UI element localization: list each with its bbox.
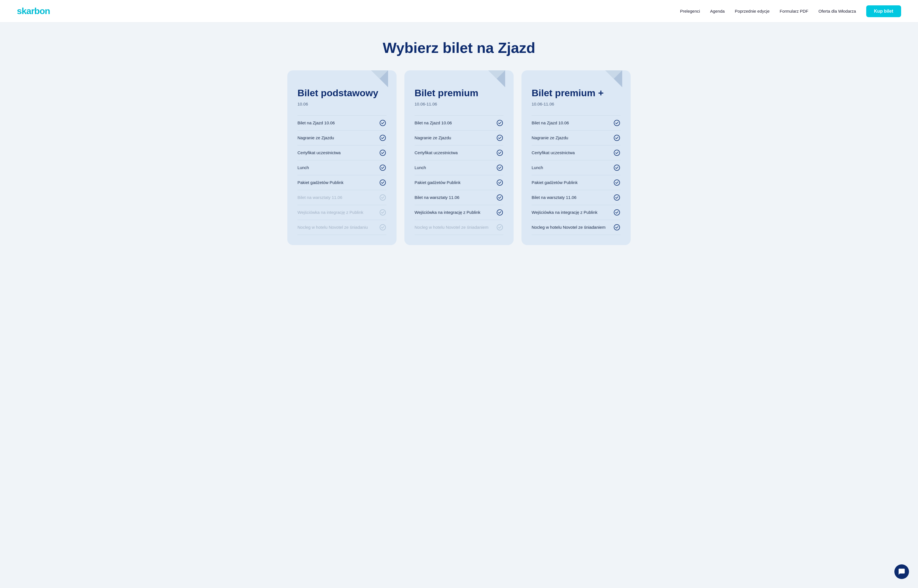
buy-ticket-button[interactable]: Kup bilet xyxy=(866,5,901,17)
svg-point-4 xyxy=(380,180,386,186)
check-active-icon xyxy=(496,119,503,127)
svg-point-16 xyxy=(614,120,620,126)
card-dates-premium: 10.06-11.06 xyxy=(415,102,503,107)
feature-label: Bilet na warsztaty 11.06 xyxy=(297,194,379,200)
check-active-icon xyxy=(496,209,503,216)
ticket-card-podstawowy: Bilet podstawowy10.06Bilet na Zjazd 10.0… xyxy=(287,70,396,245)
feature-label: Bilet na Zjazd 10.06 xyxy=(415,120,496,126)
list-item: Nagranie ze Zjazdu xyxy=(297,130,386,145)
check-active-icon xyxy=(496,149,503,157)
check-inactive-icon xyxy=(379,194,386,201)
card-dates-podstawowy: 10.06 xyxy=(297,102,386,107)
nav-link-prelegenci[interactable]: Prelegenci xyxy=(680,9,700,13)
feature-label: Nagranie ze Zjazdu xyxy=(532,135,613,141)
list-item: Wejściówka na integrację z Publink xyxy=(297,205,386,220)
navbar: skarbon Prelegenci Agenda Poprzednie edy… xyxy=(0,0,918,23)
check-inactive-icon xyxy=(379,209,386,216)
list-item: Nocleg w hotelu Novotel ze śniadaniu xyxy=(297,220,386,235)
logo-highlight: on xyxy=(39,6,50,16)
svg-point-14 xyxy=(497,210,503,215)
card-dates-premium-plus: 10.06-11.06 xyxy=(532,102,621,107)
list-item: Pakiet gadżetów Publink xyxy=(415,175,503,190)
check-active-icon xyxy=(613,134,621,142)
logo-main: skarb xyxy=(17,6,39,16)
svg-point-13 xyxy=(497,195,503,200)
svg-point-11 xyxy=(497,165,503,171)
check-active-icon xyxy=(496,194,503,201)
feature-label: Nagranie ze Zjazdu xyxy=(297,135,379,141)
check-active-icon xyxy=(496,179,503,186)
svg-point-17 xyxy=(614,135,620,141)
svg-point-8 xyxy=(497,120,503,126)
feature-label: Nagranie ze Zjazdu xyxy=(415,135,496,141)
check-active-icon xyxy=(613,119,621,127)
nav-link-formularz-pdf[interactable]: Formularz PDF xyxy=(779,9,808,13)
main-content: Wybierz bilet na Zjazd Bilet podstawowy1… xyxy=(276,23,642,268)
feature-label: Pakiet gadżetów Publink xyxy=(532,179,613,186)
feature-label: Bilet na Zjazd 10.06 xyxy=(532,120,613,126)
feature-label: Lunch xyxy=(532,165,613,171)
svg-point-1 xyxy=(380,135,386,141)
nav-link-oferta[interactable]: Oferta dla Włodarza xyxy=(818,9,856,13)
svg-point-9 xyxy=(497,135,503,141)
svg-point-0 xyxy=(380,120,386,126)
svg-point-3 xyxy=(380,165,386,171)
check-active-icon xyxy=(613,179,621,186)
check-active-icon xyxy=(613,209,621,216)
list-item: Lunch xyxy=(415,160,503,175)
list-item: Wejściówka na integrację z Publink xyxy=(415,205,503,220)
feature-label: Lunch xyxy=(297,165,379,171)
ticket-card-premium-plus: Bilet premium +10.06-11.06Bilet na Zjazd… xyxy=(522,70,631,245)
list-item: Bilet na warsztaty 11.06 xyxy=(532,190,621,205)
feature-label: Certyfikat uczestnictwa xyxy=(532,150,613,155)
feature-label: Nocleg w hotelu Novotel ze śniadaniem xyxy=(415,224,496,230)
feature-label: Nocleg w hotelu Novotel ze śniadaniem xyxy=(532,224,613,230)
card-fold-decoration xyxy=(605,70,622,87)
check-active-icon xyxy=(379,149,386,157)
nav-link-agenda[interactable]: Agenda xyxy=(710,9,725,13)
check-active-icon xyxy=(379,179,386,186)
svg-point-6 xyxy=(380,210,386,215)
list-item: Lunch xyxy=(297,160,386,175)
list-item: Nocleg w hotelu Novotel ze śniadaniem xyxy=(532,220,621,235)
nav-links: Prelegenci Agenda Poprzednie edycje Form… xyxy=(680,5,901,17)
nav-link-poprzednie-edycje[interactable]: Poprzednie edycje xyxy=(735,9,769,13)
list-item: Bilet na Zjazd 10.06 xyxy=(415,115,503,130)
ticket-cards-grid: Bilet podstawowy10.06Bilet na Zjazd 10.0… xyxy=(287,70,631,245)
list-item: Bilet na warsztaty 11.06 xyxy=(415,190,503,205)
feature-list-premium: Bilet na Zjazd 10.06Nagranie ze ZjazduCe… xyxy=(415,115,503,235)
feature-label: Bilet na warsztaty 11.06 xyxy=(532,194,613,200)
feature-label: Lunch xyxy=(415,165,496,171)
check-active-icon xyxy=(496,134,503,142)
list-item: Lunch xyxy=(532,160,621,175)
list-item: Certyfikat uczestnictwa xyxy=(532,145,621,160)
check-inactive-icon xyxy=(496,224,503,231)
feature-label: Nocleg w hotelu Novotel ze śniadaniu xyxy=(297,224,379,230)
check-active-icon xyxy=(379,164,386,171)
check-active-icon xyxy=(613,224,621,231)
feature-label: Wejściówka na integrację z Publink xyxy=(415,209,496,215)
svg-point-21 xyxy=(614,195,620,200)
card-fold-decoration xyxy=(488,70,505,87)
svg-point-2 xyxy=(380,150,386,155)
svg-point-7 xyxy=(380,225,386,230)
list-item: Pakiet gadżetów Publink xyxy=(532,175,621,190)
feature-label: Bilet na Zjazd 10.06 xyxy=(297,120,379,126)
svg-point-10 xyxy=(497,150,503,155)
chat-icon xyxy=(898,568,905,575)
list-item: Nocleg w hotelu Novotel ze śniadaniem xyxy=(415,220,503,235)
list-item: Pakiet gadżetów Publink xyxy=(297,175,386,190)
svg-point-20 xyxy=(614,180,620,186)
chat-button[interactable] xyxy=(894,564,909,579)
list-item: Bilet na Zjazd 10.06 xyxy=(532,115,621,130)
feature-label: Wejściówka na integrację z Publink xyxy=(297,209,379,215)
check-inactive-icon xyxy=(379,224,386,231)
feature-list-podstawowy: Bilet na Zjazd 10.06Nagranie ze ZjazduCe… xyxy=(297,115,386,235)
list-item: Nagranie ze Zjazdu xyxy=(415,130,503,145)
check-active-icon xyxy=(379,119,386,127)
list-item: Nagranie ze Zjazdu xyxy=(532,130,621,145)
feature-label: Pakiet gadżetów Publink xyxy=(297,179,379,186)
card-title-premium: Bilet premium xyxy=(415,87,503,99)
list-item: Certyfikat uczestnictwa xyxy=(297,145,386,160)
page-title: Wybierz bilet na Zjazd xyxy=(287,39,631,56)
